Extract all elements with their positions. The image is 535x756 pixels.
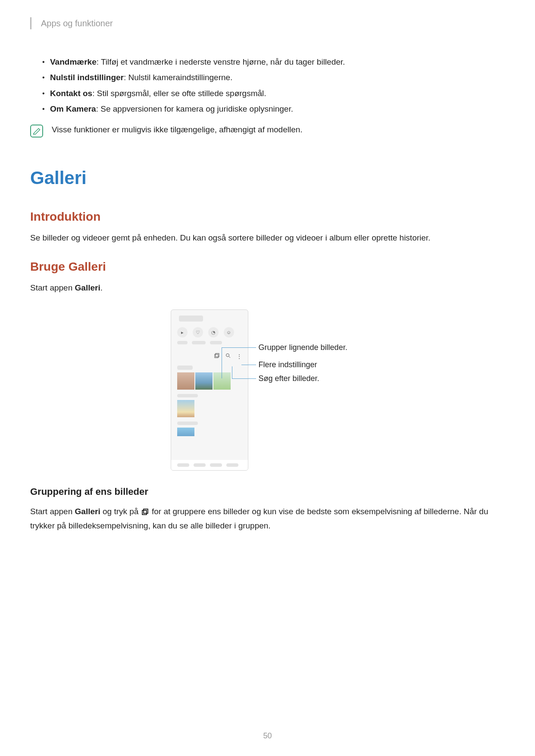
section-title-use: Bruge Galleri: [30, 260, 505, 274]
list-item: Kontakt os: Stil spørgsmål, eller se oft…: [42, 87, 505, 100]
list-item: Om Kamera: Se appversionen for kamera og…: [42, 102, 505, 116]
more-icon: ⋮: [237, 353, 242, 359]
feature-bullet-list: Vandmærke: Tilføj et vandmærke i nederst…: [30, 55, 505, 116]
grouping-body: Start appen Galleri og tryk på for at gr…: [30, 505, 505, 532]
thumbnail: [177, 428, 194, 436]
phone-mockup: ▸ ♡ ◔ ☺ ⋮: [171, 309, 248, 471]
callout-group-similar: Grupper lignende billeder.: [259, 343, 347, 352]
filter-video-icon: ▸: [177, 327, 188, 337]
svg-point-2: [226, 354, 229, 357]
svg-rect-0: [215, 354, 218, 358]
thumbnail: [177, 372, 194, 390]
note-text: Visse funktioner er muligvis ikke tilgæn…: [52, 124, 303, 136]
svg-rect-5: [144, 509, 148, 513]
breadcrumb: Apps og funktioner: [30, 17, 505, 29]
page-number: 50: [0, 731, 535, 740]
list-item: Nulstil indstillinger: Nulstil kameraind…: [42, 71, 505, 84]
gallery-figure: ▸ ♡ ◔ ☺ ⋮: [30, 309, 505, 471]
svg-rect-4: [142, 510, 147, 515]
callout-search: Søg efter billeder.: [259, 374, 319, 383]
filter-favorite-icon: ♡: [193, 327, 203, 337]
subsection-title-grouping: Gruppering af ens billeder: [30, 486, 505, 497]
group-similar-icon: [214, 353, 219, 359]
intro-body: Se billeder og videoer gemt på enheden. …: [30, 231, 505, 244]
use-body: Start appen Galleri.: [30, 281, 505, 294]
breadcrumb-text: Apps og funktioner: [41, 19, 113, 28]
callout-more-options: Flere indstillinger: [259, 360, 317, 369]
group-similar-inline-icon: [142, 506, 149, 519]
thumbnail: [177, 400, 194, 417]
page-title: Galleri: [30, 168, 505, 188]
filter-shared-icon: ☺: [224, 327, 234, 337]
svg-rect-1: [216, 353, 219, 357]
filter-recent-icon: ◔: [208, 327, 219, 337]
svg-line-3: [229, 356, 230, 358]
list-item: Vandmærke: Tilføj et vandmærke i nederst…: [42, 55, 505, 69]
thumbnail: [195, 372, 213, 390]
search-icon: [225, 353, 231, 359]
section-title-intro: Introduktion: [30, 210, 505, 224]
callout-group: Grupper lignende billeder. Flere indstil…: [253, 309, 365, 471]
note-callout: Visse funktioner er muligvis ikke tilgæn…: [30, 124, 505, 137]
note-icon: [30, 125, 43, 137]
